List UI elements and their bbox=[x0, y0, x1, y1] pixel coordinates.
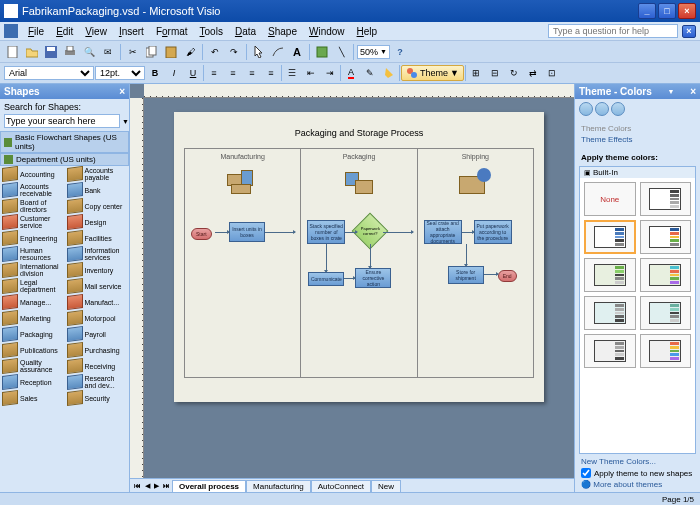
process-box[interactable]: Seal crate and attach appropriate docume… bbox=[424, 220, 462, 244]
doc-close-button[interactable]: × bbox=[682, 25, 696, 38]
underline-icon[interactable]: U bbox=[184, 64, 202, 82]
pointer-icon[interactable] bbox=[250, 43, 268, 61]
email-icon[interactable]: ✉ bbox=[99, 43, 117, 61]
fill-color-icon[interactable] bbox=[380, 64, 398, 82]
tab-first-icon[interactable]: ⏮ bbox=[132, 482, 143, 489]
bold-icon[interactable]: B bbox=[146, 64, 164, 82]
print-icon[interactable] bbox=[61, 43, 79, 61]
tab-prev-icon[interactable]: ◀ bbox=[143, 482, 152, 490]
italic-icon[interactable]: I bbox=[165, 64, 183, 82]
distribute-icon[interactable]: ⊟ bbox=[486, 64, 504, 82]
shape-master[interactable]: Packaging bbox=[0, 326, 65, 342]
start-terminator[interactable]: Start bbox=[191, 228, 212, 240]
menu-help[interactable]: Help bbox=[351, 24, 548, 39]
theme-swatch[interactable] bbox=[584, 220, 636, 254]
tab-last-icon[interactable]: ⏭ bbox=[161, 482, 172, 489]
help-icon[interactable]: ? bbox=[391, 43, 409, 61]
shape-master[interactable]: Research and dev... bbox=[65, 374, 130, 390]
rotate-icon[interactable]: ↻ bbox=[505, 64, 523, 82]
open-icon[interactable] bbox=[23, 43, 41, 61]
align-right-icon[interactable]: ≡ bbox=[243, 64, 261, 82]
align-left-icon[interactable]: ≡ bbox=[205, 64, 223, 82]
shape-master[interactable]: Manage... bbox=[0, 294, 65, 310]
tab-next-icon[interactable]: ▶ bbox=[152, 482, 161, 490]
drawing-page[interactable]: Packaging and Storage Process Manufactur… bbox=[174, 112, 544, 402]
undo-icon[interactable]: ↶ bbox=[206, 43, 224, 61]
shape-search-input[interactable] bbox=[4, 114, 120, 128]
cut-icon[interactable]: ✂ bbox=[124, 43, 142, 61]
shape-master[interactable]: Accounts payable bbox=[65, 166, 130, 182]
format-painter-icon[interactable]: 🖌 bbox=[181, 43, 199, 61]
theme-swatch[interactable] bbox=[584, 334, 636, 368]
paste-icon[interactable] bbox=[162, 43, 180, 61]
shape-master[interactable]: International division bbox=[0, 262, 65, 278]
minimize-button[interactable]: _ bbox=[638, 3, 656, 19]
tab-manufacturing[interactable]: Manufacturing bbox=[246, 480, 311, 492]
justify-icon[interactable]: ≡ bbox=[262, 64, 280, 82]
theme-swatch[interactable] bbox=[584, 296, 636, 330]
shape-master[interactable]: Manufact... bbox=[65, 294, 130, 310]
shape-master[interactable]: Motorpool bbox=[65, 310, 130, 326]
shape-master[interactable]: Facilities bbox=[65, 230, 130, 246]
process-box[interactable]: Stack specified number of boxes in crate bbox=[307, 220, 345, 244]
maximize-button[interactable]: □ bbox=[658, 3, 676, 19]
theme-swatch[interactable] bbox=[640, 258, 692, 292]
tab-autoconnect[interactable]: AutoConnect bbox=[311, 480, 371, 492]
stencil-department[interactable]: Department (US units) bbox=[0, 153, 129, 166]
connector-icon[interactable] bbox=[269, 43, 287, 61]
theme-swatch[interactable]: None bbox=[584, 182, 636, 216]
group-icon[interactable]: ⊡ bbox=[543, 64, 561, 82]
shape-master[interactable]: Accounts receivable bbox=[0, 182, 65, 198]
menu-file[interactable]: File bbox=[22, 24, 50, 39]
shape-master[interactable]: Accounting bbox=[0, 166, 65, 182]
new-icon[interactable] bbox=[4, 43, 22, 61]
theme-swatch[interactable] bbox=[640, 334, 692, 368]
shape-master[interactable]: Security bbox=[65, 390, 130, 406]
menu-data[interactable]: Data bbox=[229, 24, 262, 39]
align-shapes-icon[interactable]: ⊞ bbox=[467, 64, 485, 82]
menu-window[interactable]: Window bbox=[303, 24, 351, 39]
shapes-icon[interactable] bbox=[313, 43, 331, 61]
shape-master[interactable]: Quality assurance bbox=[0, 358, 65, 374]
shape-master[interactable]: Design bbox=[65, 214, 130, 230]
theme-effects-link[interactable]: Theme Effects bbox=[581, 134, 694, 145]
process-box[interactable]: Put paperwork according to the procedure bbox=[474, 220, 512, 244]
close-button[interactable]: × bbox=[678, 3, 696, 19]
redo-icon[interactable]: ↷ bbox=[225, 43, 243, 61]
bullets-icon[interactable]: ☰ bbox=[283, 64, 301, 82]
theme-button[interactable]: Theme▼ bbox=[401, 65, 464, 81]
shape-master[interactable]: Board of directors bbox=[0, 198, 65, 214]
text-icon[interactable]: A bbox=[288, 43, 306, 61]
font-name-combo[interactable]: Arial bbox=[4, 66, 94, 80]
theme-back-icon[interactable] bbox=[579, 102, 593, 116]
apply-to-new-checkbox[interactable]: Apply theme to new shapes bbox=[581, 468, 694, 478]
theme-dropdown-icon[interactable]: ▼ bbox=[668, 88, 675, 95]
shape-master[interactable]: Sales bbox=[0, 390, 65, 406]
shape-master[interactable]: Payroll bbox=[65, 326, 130, 342]
menu-insert[interactable]: Insert bbox=[113, 24, 150, 39]
tab-overall[interactable]: Overall process bbox=[172, 480, 246, 492]
shape-master[interactable]: Purchasing bbox=[65, 342, 130, 358]
theme-swatch[interactable] bbox=[640, 296, 692, 330]
theme-swatch[interactable] bbox=[584, 258, 636, 292]
shape-master[interactable]: Inventory bbox=[65, 262, 130, 278]
stencil-basic[interactable]: Basic Flowchart Shapes (US units) bbox=[0, 131, 129, 153]
copy-icon[interactable] bbox=[143, 43, 161, 61]
shape-master[interactable]: Customer service bbox=[0, 214, 65, 230]
save-icon[interactable] bbox=[42, 43, 60, 61]
more-themes-link[interactable]: 🔵 More about themes bbox=[581, 480, 694, 489]
shape-master[interactable]: Bank bbox=[65, 182, 130, 198]
font-size-combo[interactable]: 12pt. bbox=[95, 66, 145, 80]
menu-shape[interactable]: Shape bbox=[262, 24, 303, 39]
theme-panel-close-icon[interactable]: × bbox=[690, 86, 696, 97]
shape-master[interactable]: Information services bbox=[65, 246, 130, 262]
shape-master[interactable]: Copy center bbox=[65, 198, 130, 214]
indent-more-icon[interactable]: ⇥ bbox=[321, 64, 339, 82]
font-color-icon[interactable]: A bbox=[342, 64, 360, 82]
shape-master[interactable]: Publications bbox=[0, 342, 65, 358]
indent-less-icon[interactable]: ⇤ bbox=[302, 64, 320, 82]
shape-master[interactable]: Engineering bbox=[0, 230, 65, 246]
canvas[interactable]: Packaging and Storage Process Manufactur… bbox=[130, 98, 574, 478]
menu-view[interactable]: View bbox=[79, 24, 113, 39]
zoom-combo[interactable]: 50%▼ bbox=[357, 45, 390, 59]
